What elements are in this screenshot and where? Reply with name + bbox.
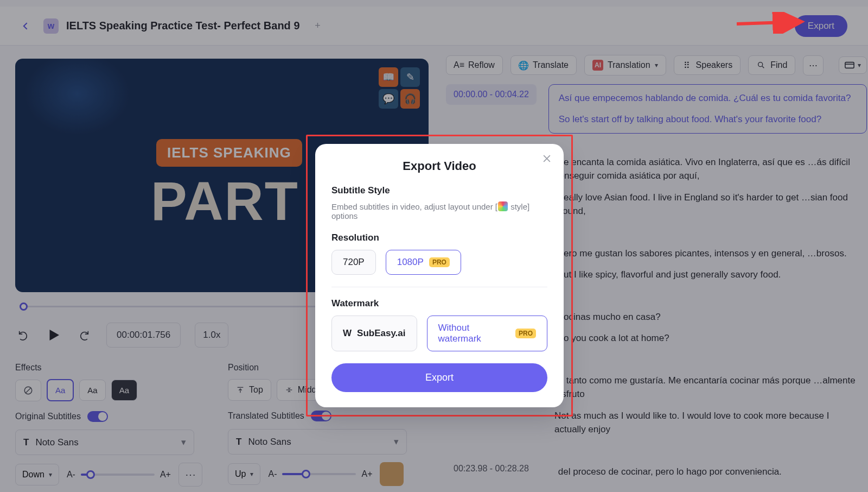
app-root: w IELTS Speaking Practice Test- Perfect … xyxy=(0,0,868,492)
watermark-section: Watermark W SubEasy.ai Without watermark… xyxy=(331,298,547,351)
export-modal: Export Video Subtitle Style Embed subtit… xyxy=(315,144,564,407)
resolution-section: Resolution 720P 1080P PRO xyxy=(331,232,547,275)
resolution-720p[interactable]: 720P xyxy=(331,250,376,275)
annotation-box: Export Video Subtitle Style Embed subtit… xyxy=(306,135,573,417)
subtitle-style-heading: Subtitle Style xyxy=(331,185,547,196)
watermark-heading: Watermark xyxy=(331,298,547,309)
modal-title: Export Video xyxy=(331,159,547,173)
subtitle-style-desc: Embed subtitles in video, adjust layout … xyxy=(331,201,547,220)
watermark-none[interactable]: Without watermark PRO xyxy=(427,316,548,351)
modal-export-button[interactable]: Export xyxy=(331,363,547,392)
pro-badge: PRO xyxy=(515,329,536,338)
modal-close-button[interactable] xyxy=(540,152,554,166)
divider xyxy=(331,287,547,287)
brand-icon: W xyxy=(343,328,352,339)
pro-badge: PRO xyxy=(429,257,450,267)
resolution-1080p[interactable]: 1080P PRO xyxy=(386,250,461,275)
watermark-brand[interactable]: W SubEasy.ai xyxy=(331,316,417,351)
subtitle-style-section: Subtitle Style Embed subtitles in video,… xyxy=(331,185,547,220)
style-icon xyxy=(498,201,508,211)
resolution-heading: Resolution xyxy=(331,232,547,243)
